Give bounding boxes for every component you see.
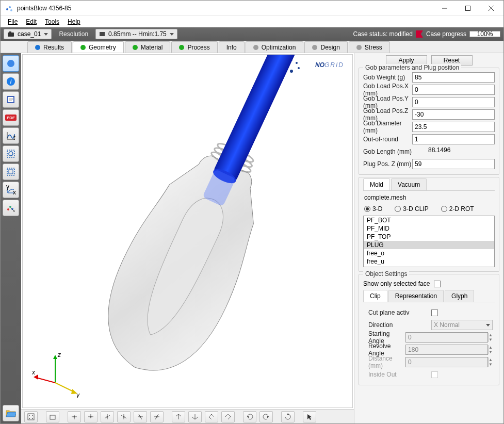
progress-bar: 100% (469, 31, 500, 37)
inside-out-label: Inside Out (368, 371, 431, 378)
open-folder-button[interactable] (3, 405, 19, 421)
svg-rect-23 (7, 168, 14, 175)
svg-point-10 (7, 60, 14, 67)
chevron-down-icon (44, 33, 48, 36)
svg-point-0 (6, 8, 8, 10)
radio-3d-clip[interactable]: 3-D CLIP (395, 205, 428, 213)
list-item[interactable]: free_o (364, 249, 494, 257)
gob-load-y-input[interactable] (412, 97, 495, 107)
screenshot-button[interactable] (3, 145, 19, 162)
pick-point-button[interactable] (3, 200, 19, 216)
menu-edit[interactable]: Edit (22, 17, 41, 26)
left-toolbar: i PDF t yx (1, 53, 21, 423)
chevron-down-icon (170, 33, 174, 36)
subtab-vacuum[interactable]: Vacuum (391, 178, 427, 190)
view-mode-radios: 3-D 3-D CLIP 2-D ROT (363, 202, 495, 216)
mold-group: Mold Vacuum complete.mesh 3-D 3-D CLIP 2… (359, 177, 499, 272)
parts-listbox[interactable]: PF_BOT PF_MID PF_TOP PLUG free_o free_u (363, 216, 495, 267)
svg-rect-21 (7, 150, 14, 157)
gob-load-x-input[interactable] (412, 85, 495, 95)
pdf-export-button[interactable]: PDF (3, 109, 19, 126)
window-title: pointsBlow 4356-85 (17, 5, 433, 12)
status-dot-icon (253, 45, 258, 50)
gob-parameters-group: Gob parameters and Plug position Gob Wei… (359, 68, 499, 175)
subtab-clip[interactable]: Clip (363, 290, 387, 302)
info-button[interactable]: i (3, 73, 19, 90)
svg-point-63 (74, 416, 75, 417)
gob-weight-input[interactable] (412, 72, 495, 83)
svg-text:x: x (32, 369, 36, 376)
properties-panel: Apply Reset Gob parameters and Plug posi… (354, 53, 503, 423)
plot-tool-button[interactable]: t (3, 127, 19, 144)
3d-viewport[interactable]: NOGRID (22, 54, 353, 408)
svg-point-72 (123, 416, 125, 417)
tab-process[interactable]: Process (171, 41, 217, 53)
tab-stress[interactable]: Stress (349, 41, 390, 53)
list-item[interactable]: PF_TOP (364, 233, 494, 241)
menu-file[interactable]: File (4, 17, 22, 26)
svg-rect-24 (9, 170, 13, 174)
list-item[interactable]: free_u (364, 257, 494, 266)
plug-z-label: Plug Pos. Z (mm) (363, 160, 412, 168)
case-selector[interactable]: case_01 (4, 29, 52, 39)
svg-text:t: t (13, 134, 15, 141)
radio-2d-rot[interactable]: 2-D ROT (441, 205, 474, 213)
svg-line-83 (195, 417, 198, 419)
gob-length-label: Gob Length (mm) (363, 148, 426, 155)
tab-design[interactable]: Design (304, 41, 347, 53)
tab-material[interactable]: Material (125, 41, 171, 53)
cut-plane-checkbox[interactable] (431, 309, 438, 316)
svg-point-66 (90, 416, 92, 417)
gob-diameter-input[interactable] (412, 122, 495, 132)
distance-input (405, 357, 488, 367)
title-bar: pointsBlow 4356-85 (1, 1, 503, 16)
out-of-round-input[interactable] (412, 134, 495, 144)
tab-info[interactable]: Info (219, 41, 245, 53)
svg-text:z: z (57, 352, 61, 358)
object-subtabs: Clip Representation Glyph (363, 290, 495, 302)
maximize-button[interactable] (456, 1, 479, 15)
tab-optimization[interactable]: Optimization (246, 41, 304, 53)
show-face-label: Show only selected face (363, 280, 430, 287)
subtab-representation[interactable]: Representation (388, 290, 444, 302)
svg-point-78 (156, 416, 158, 417)
list-item[interactable]: PF_MID (364, 224, 494, 233)
list-item[interactable]: PLUG (364, 241, 494, 249)
group-legend: Gob parameters and Plug position (363, 64, 461, 71)
svg-point-27 (7, 208, 9, 210)
viewport-column: NOGRID (21, 53, 354, 423)
cut-plane-label: Cut plane activ (368, 309, 431, 316)
start-angle-input (405, 332, 488, 343)
show-face-checkbox[interactable] (434, 281, 441, 287)
close-button[interactable] (479, 1, 502, 15)
list-item[interactable]: PF_BOT (364, 216, 494, 224)
plug-z-input[interactable] (412, 159, 495, 169)
app-icon (5, 4, 14, 13)
subtab-mold[interactable]: Mold (363, 178, 390, 190)
status-dot-icon (80, 45, 86, 50)
home-view-button[interactable] (3, 55, 19, 72)
gob-load-z-input[interactable] (412, 109, 495, 120)
svg-point-59 (32, 418, 33, 419)
svg-line-82 (192, 417, 195, 419)
camera-icon (7, 31, 14, 37)
resolution-selector[interactable]: 0.85mm -- Hmin:1.75 (95, 29, 177, 39)
svg-rect-8 (9, 31, 11, 33)
tab-geometry[interactable]: Geometry (73, 41, 124, 53)
svg-point-28 (9, 206, 11, 208)
radio-3d[interactable]: 3-D (364, 205, 382, 213)
main-area: i PDF t yx NOGRID (1, 53, 503, 423)
spinner: ▲▼ (488, 333, 493, 342)
subtab-glyph[interactable]: Glyph (445, 290, 474, 302)
axes-tool-button[interactable]: yx (3, 182, 19, 198)
menu-help[interactable]: Help (63, 17, 85, 26)
tab-results[interactable]: Results (27, 41, 72, 53)
spinner: ▲▼ (488, 345, 493, 354)
notes-button[interactable] (3, 91, 19, 108)
menu-tools[interactable]: Tools (41, 17, 63, 26)
fullscreen-button[interactable] (3, 164, 19, 180)
minimize-button[interactable] (433, 1, 456, 15)
direction-select: X Normal (431, 320, 493, 330)
radio-icon (364, 206, 370, 212)
object-settings-group: Object Settings Show only selected face … (359, 274, 499, 385)
